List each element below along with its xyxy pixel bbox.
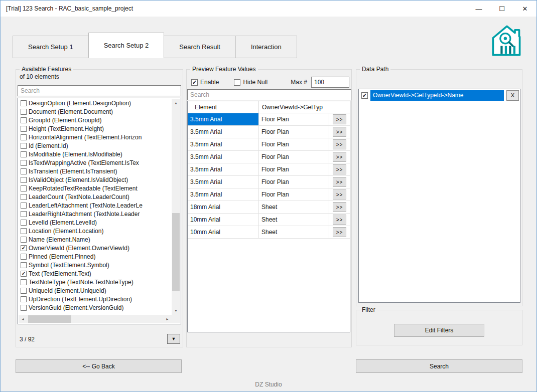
feature-checkbox[interactable]: [21, 203, 27, 209]
feature-item[interactable]: TextNoteType (TextNote.TextNoteType): [19, 278, 172, 286]
feature-checkbox[interactable]: [21, 305, 27, 311]
feature-item[interactable]: Location (Element.Location): [19, 227, 172, 235]
enable-checkbox-group[interactable]: Enable: [191, 79, 219, 86]
element-cell[interactable]: 3.5mm Arial: [188, 176, 259, 188]
feature-checkbox[interactable]: [21, 220, 27, 226]
feature-checkbox[interactable]: [21, 254, 27, 260]
hide-null-checkbox-group[interactable]: Hide Null: [234, 79, 267, 86]
table-row[interactable]: 18mm Arial Sheet >>: [188, 201, 350, 214]
enable-checkbox[interactable]: [191, 79, 198, 86]
column-header-element[interactable]: Element: [188, 101, 259, 113]
maximize-button[interactable]: ☐: [490, 1, 513, 17]
hide-null-checkbox[interactable]: [234, 79, 240, 86]
feature-item[interactable]: UpDirection (TextElement.UpDirection): [19, 295, 172, 303]
feature-checkbox[interactable]: [21, 151, 27, 157]
feature-checkbox[interactable]: [21, 288, 27, 294]
feature-checkbox[interactable]: [21, 194, 27, 200]
feature-checkbox[interactable]: [21, 126, 27, 132]
tab[interactable]: Search Setup 1: [13, 36, 89, 58]
feature-checkbox[interactable]: [21, 245, 27, 251]
feature-checkbox[interactable]: [21, 177, 27, 183]
value-cell[interactable]: Floor Plan: [259, 138, 329, 150]
features-search-input[interactable]: [18, 85, 181, 96]
feature-item[interactable]: HorizontalAlignment (TextElement.Horizon: [19, 133, 172, 141]
element-cell[interactable]: 10mm Arial: [188, 214, 259, 226]
tab[interactable]: Search Setup 2: [88, 33, 165, 58]
element-cell[interactable]: 18mm Arial: [188, 201, 259, 213]
feature-item[interactable]: KeepRotatedTextReadable (TextElement: [19, 184, 172, 192]
table-row[interactable]: 3.5mm Arial Floor Plan >>: [188, 163, 350, 176]
feature-item[interactable]: DesignOption (Element.DesignOption): [19, 99, 172, 107]
scroll-left-icon[interactable]: ◄: [19, 315, 27, 323]
feature-item[interactable]: UniqueId (Element.UniqueId): [19, 286, 172, 295]
value-cell[interactable]: Floor Plan: [259, 113, 329, 125]
feature-item[interactable]: VersionGuid (Element.VersionGuid): [19, 303, 172, 312]
feature-checkbox[interactable]: [21, 228, 27, 234]
expand-row-button[interactable]: >>: [333, 139, 346, 149]
table-row[interactable]: 3.5mm Arial Floor Plan >>: [188, 188, 350, 201]
element-cell[interactable]: 3.5mm Arial: [188, 163, 259, 175]
feature-item[interactable]: OwnerViewId (Element.OwnerViewId): [19, 244, 172, 252]
feature-checkbox[interactable]: [21, 117, 27, 123]
vertical-scroll-thumb[interactable]: [172, 213, 180, 291]
value-cell[interactable]: Floor Plan: [259, 151, 329, 163]
feature-checkbox[interactable]: [21, 100, 27, 106]
table-row[interactable]: 3.5mm Arial Floor Plan >>: [188, 151, 350, 163]
table-row[interactable]: 3.5mm Arial Floor Plan >>: [188, 126, 350, 138]
minimize-button[interactable]: —: [467, 1, 490, 17]
element-cell[interactable]: 3.5mm Arial: [188, 138, 259, 150]
feature-item[interactable]: Document (Element.Document): [19, 107, 172, 116]
feature-checkbox[interactable]: [21, 296, 27, 302]
table-row[interactable]: 3.5mm Arial Floor Plan >>: [188, 176, 350, 188]
tab[interactable]: Interaction: [235, 36, 297, 58]
data-path-item[interactable]: OwnerViewId->GetTypeId->Name X: [359, 89, 520, 101]
value-cell[interactable]: Floor Plan: [259, 188, 329, 201]
feature-checkbox[interactable]: [21, 143, 27, 149]
feature-checkbox[interactable]: [21, 134, 27, 140]
element-cell[interactable]: 3.5mm Arial: [188, 113, 259, 125]
value-cell[interactable]: Sheet: [259, 226, 329, 238]
value-cell[interactable]: Sheet: [259, 214, 329, 226]
feature-item[interactable]: Name (Element.Name): [19, 235, 172, 244]
element-cell[interactable]: 3.5mm Arial: [188, 188, 259, 201]
table-row[interactable]: 3.5mm Arial Floor Plan >>: [188, 138, 350, 151]
feature-item[interactable]: IsValidObject (Element.IsValidObject): [19, 175, 172, 184]
preview-search-input[interactable]: [187, 89, 351, 100]
expand-row-button[interactable]: >>: [333, 164, 346, 174]
feature-checkbox[interactable]: [21, 237, 27, 243]
data-path-checkbox[interactable]: [361, 92, 368, 99]
feature-checkbox[interactable]: [21, 279, 27, 285]
value-cell[interactable]: Floor Plan: [259, 126, 329, 138]
element-cell[interactable]: 10mm Arial: [188, 226, 259, 238]
feature-item[interactable]: LeaderRightAttachment (TextNote.Leader: [19, 210, 172, 218]
feature-checkbox[interactable]: [21, 168, 27, 174]
max-count-input[interactable]: [311, 77, 349, 88]
features-dropdown-button[interactable]: ▼: [167, 334, 180, 344]
horizontal-scroll-thumb[interactable]: [28, 315, 71, 323]
feature-checkbox[interactable]: [21, 109, 27, 115]
scroll-right-icon[interactable]: ►: [163, 315, 172, 323]
feature-item[interactable]: IsModifiable (Element.IsModifiable): [19, 150, 172, 158]
feature-item[interactable]: LevelId (Element.LevelId): [19, 218, 172, 227]
value-cell[interactable]: Floor Plan: [259, 176, 329, 188]
feature-checkbox[interactable]: [21, 160, 27, 166]
expand-row-button[interactable]: >>: [333, 227, 346, 237]
feature-item[interactable]: Height (TextElement.Height): [19, 124, 172, 133]
feature-checkbox[interactable]: [21, 185, 27, 191]
table-row[interactable]: 10mm Arial Sheet >>: [188, 226, 350, 239]
expand-row-button[interactable]: >>: [333, 114, 346, 124]
expand-row-button[interactable]: >>: [333, 127, 346, 137]
expand-row-button[interactable]: >>: [333, 177, 346, 187]
go-back-button[interactable]: <-- Go Back: [16, 359, 182, 373]
expand-row-button[interactable]: >>: [333, 189, 346, 200]
horizontal-scrollbar[interactable]: ◄ ►: [19, 315, 172, 323]
tab[interactable]: Search Result: [164, 36, 236, 58]
feature-item[interactable]: GroupId (Element.GroupId): [19, 116, 172, 124]
value-cell[interactable]: Floor Plan: [259, 163, 329, 175]
feature-checkbox[interactable]: [21, 211, 27, 217]
value-cell[interactable]: Sheet: [259, 201, 329, 213]
element-cell[interactable]: 3.5mm Arial: [188, 126, 259, 138]
column-header-feature[interactable]: OwnerViewId->GetTyp: [259, 104, 350, 111]
data-path-label[interactable]: OwnerViewId->GetTypeId->Name: [370, 90, 504, 101]
scroll-down-icon[interactable]: ▼: [172, 306, 180, 315]
